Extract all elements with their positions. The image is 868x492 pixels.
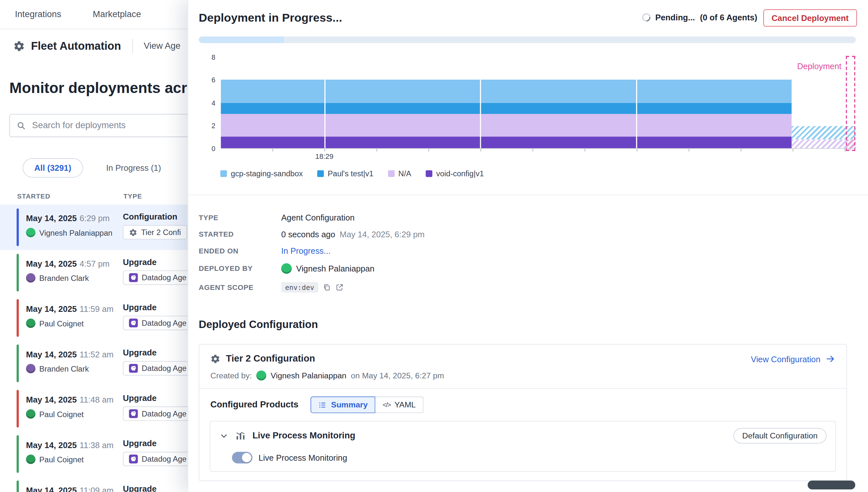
detail-label-agent-scope: AGENT SCOPE	[199, 283, 281, 291]
row-time: 11:38 am	[79, 440, 113, 450]
code-icon: </>	[383, 401, 391, 409]
chart-band-n-a	[221, 114, 791, 137]
app-root: Integrations Marketplace Fleet Automatio…	[0, 0, 868, 492]
avatar	[26, 454, 36, 464]
row-type: Upgrade	[123, 393, 193, 402]
row-status-bar	[17, 390, 19, 427]
row-user: Branden Clark	[40, 273, 89, 282]
legend-swatch	[388, 170, 395, 177]
copy-icon[interactable]	[323, 283, 331, 291]
chart-gridline	[636, 80, 637, 148]
toggle-label: Live Process Monitoring	[259, 453, 347, 462]
chart-gridline	[324, 80, 325, 148]
agent-pill[interactable]: Datadog Age	[123, 407, 193, 421]
chevron-down-icon[interactable]	[219, 431, 229, 440]
view-mode-segmented-control: Summary </> YAML	[310, 396, 423, 413]
detail-value-started: 0 seconds ago	[281, 229, 335, 239]
row-status-bar	[17, 344, 19, 382]
chart-band-void-config-v1	[221, 137, 791, 148]
nav-item-integrations[interactable]: Integrations	[15, 9, 61, 19]
legend-item[interactable]: void-config|v1	[426, 169, 484, 178]
row-date: May 14, 2025	[26, 259, 77, 268]
avatar	[26, 319, 36, 328]
row-status-bar	[17, 254, 19, 291]
scrollbar-thumb[interactable]	[807, 481, 855, 489]
view-configuration-link[interactable]: View Configuration	[751, 354, 835, 364]
gear-icon	[129, 228, 137, 237]
config-pill[interactable]: Tier 2 Confi	[123, 225, 187, 240]
deployment-progress-bar	[199, 36, 856, 43]
agent-pill[interactable]: Datadog Age	[123, 361, 193, 376]
tab-summary[interactable]: Summary	[310, 396, 376, 413]
row-status-bar	[17, 299, 19, 337]
view-agent-link[interactable]: View Age	[144, 41, 181, 51]
detail-value-ended[interactable]: In Progress...	[281, 246, 331, 255]
nav-item-marketplace[interactable]: Marketplace	[93, 9, 141, 19]
created-on-date: on May 14, 2025, 6:27 pm	[351, 371, 444, 380]
chart-gridline	[480, 80, 481, 148]
agent-pill[interactable]: Datadog Age	[123, 271, 193, 285]
chart-band-paul-s-test-v1	[221, 103, 791, 114]
external-link-icon[interactable]	[335, 283, 344, 291]
deployed-configuration-heading: Deployed Configuration	[199, 319, 318, 331]
deployment-detail-panel: Deployment in Progress... Pending... (0 …	[188, 0, 868, 492]
row-type: Configuration	[123, 212, 187, 221]
chart-x-tick-label: 18:29	[315, 152, 333, 161]
deployment-status: Pending... (0 of 6 Agents)	[642, 13, 757, 22]
detail-label-type: TYPE	[199, 213, 281, 221]
created-by-user: Vignesh Palaniappan	[271, 371, 347, 380]
y-tick-label: 2	[211, 122, 215, 130]
status-label: Pending...	[655, 13, 695, 22]
tab-in-progress[interactable]: In Progress (1)	[106, 163, 161, 172]
legend-swatch	[220, 170, 227, 177]
live-process-toggle[interactable]	[232, 452, 252, 464]
divider	[132, 39, 133, 53]
row-status-bar	[17, 208, 19, 246]
cancel-deployment-button[interactable]: Cancel Deployment	[763, 9, 857, 26]
deployment-details: TYPE Agent Configuration STARTED 0 secon…	[199, 209, 846, 297]
detail-label-deployed-by: DEPLOYED BY	[199, 264, 281, 272]
search-icon	[17, 121, 26, 130]
column-started: STARTED	[17, 192, 123, 200]
configuration-card: Tier 2 Configuration View Configuration …	[199, 344, 847, 481]
y-tick-label: 0	[211, 145, 215, 153]
created-by-label: Created by:	[210, 371, 252, 380]
row-date: May 14, 2025	[26, 395, 77, 404]
avatar	[281, 263, 292, 274]
product-section: Live Process Monitoring Default Configur…	[210, 421, 836, 472]
legend-item[interactable]: gcp-staging-sandbox	[220, 169, 303, 178]
y-tick-label: 8	[211, 54, 215, 62]
row-time: 4:57 pm	[79, 259, 110, 268]
live-process-icon	[235, 430, 246, 441]
column-type: TYPE	[123, 192, 142, 200]
legend-item[interactable]: N/A	[388, 169, 412, 178]
agent-pill[interactable]: Datadog Age	[123, 316, 193, 330]
row-type: Upgrade	[123, 438, 193, 448]
row-type: Upgrade	[123, 302, 193, 312]
tab-yaml[interactable]: </> YAML	[376, 396, 424, 413]
detail-started-timestamp: May 14, 2025, 6:29 pm	[339, 229, 425, 239]
datadog-icon	[129, 409, 138, 418]
row-date: May 14, 2025	[26, 440, 77, 450]
datadog-icon	[129, 364, 138, 373]
avatar	[26, 228, 36, 237]
row-type: Upgrade	[123, 484, 157, 492]
agent-pill[interactable]: Datadog Age	[123, 452, 193, 467]
chart-x-axis	[221, 148, 856, 151]
default-configuration-badge[interactable]: Default Configuration	[733, 428, 826, 444]
tab-all[interactable]: All (3291)	[23, 158, 83, 177]
datadog-icon	[129, 319, 138, 327]
y-tick-label: 4	[211, 99, 215, 107]
row-user: Paul Coignet	[40, 319, 84, 328]
row-user: Paul Coignet	[40, 409, 84, 418]
gear-icon	[210, 354, 220, 364]
panel-title: Deployment in Progress...	[199, 11, 342, 24]
row-user: Branden Clark	[40, 364, 89, 373]
row-date: May 14, 2025	[26, 304, 77, 314]
avatar	[26, 273, 36, 282]
detail-value-type: Agent Configuration	[281, 213, 354, 222]
legend-item[interactable]: Paul's test|v1	[317, 169, 374, 178]
agent-scope-tag[interactable]: env:dev	[281, 282, 318, 293]
row-user: Vignesh Palaniappan	[40, 228, 113, 237]
legend-swatch	[426, 170, 432, 177]
